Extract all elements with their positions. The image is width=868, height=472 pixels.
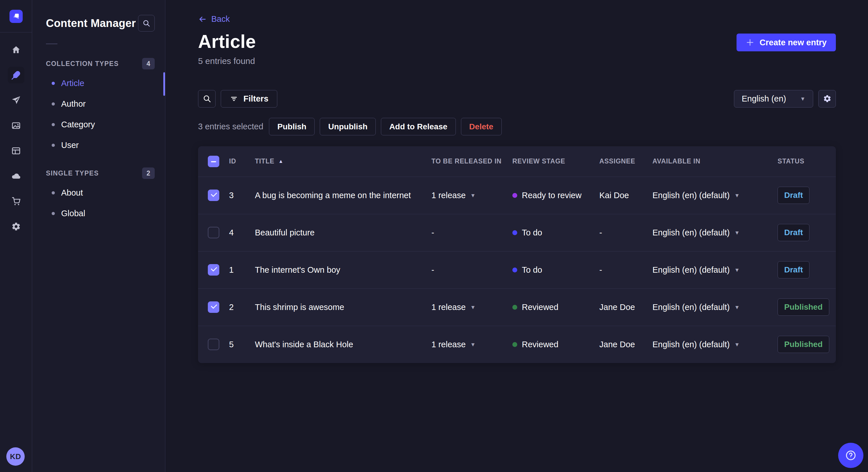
view-settings-button[interactable] <box>818 90 836 107</box>
review-dot <box>513 268 517 272</box>
col-header-status[interactable]: STATUS <box>778 158 826 165</box>
col-header-available[interactable]: AVAILABLE IN <box>652 158 778 165</box>
table-row[interactable]: 5 What's inside a Black Hole 1 release▼ … <box>198 326 836 363</box>
col-header-review[interactable]: REVIEW STAGE <box>513 158 599 165</box>
marketplace-icon[interactable] <box>8 193 24 210</box>
bullet-icon <box>52 212 55 215</box>
selection-bar: 3 entries selected Publish Unpublish Add… <box>198 118 836 136</box>
help-button[interactable] <box>838 443 863 468</box>
selection-count: 3 entries selected <box>198 122 263 131</box>
strapi-logo[interactable] <box>9 10 23 23</box>
user-avatar[interactable]: KD <box>6 447 25 466</box>
cell-id: 2 <box>229 303 255 312</box>
cell-assignee: Jane Doe <box>599 303 652 312</box>
search-button[interactable] <box>198 90 216 107</box>
review-dot <box>513 305 517 310</box>
home-icon[interactable] <box>8 42 24 58</box>
sidebar-item-author[interactable]: Author <box>32 94 165 114</box>
row-checkbox[interactable] <box>208 339 219 350</box>
cell-review-stage: To do <box>513 265 599 275</box>
plus-icon <box>746 38 754 47</box>
sidebar-item-user[interactable]: User <box>32 135 165 156</box>
row-checkbox[interactable] <box>208 264 219 276</box>
release-caret[interactable]: ▼ <box>470 342 476 347</box>
cell-id: 4 <box>229 228 255 237</box>
releases-icon[interactable] <box>8 92 24 109</box>
content-type-builder-icon[interactable] <box>8 142 24 159</box>
col-header-released[interactable]: TO BE RELEASED IN <box>431 158 513 165</box>
media-library-icon[interactable] <box>8 117 24 134</box>
content-manager-sidebar: Content Manager COLLECTION TYPES 4 Artic… <box>32 0 165 472</box>
bullet-icon <box>52 123 55 126</box>
sidebar-item-about[interactable]: About <box>32 182 165 203</box>
cell-id: 1 <box>229 265 255 275</box>
locale-select[interactable]: English (en) ▼ <box>734 90 813 107</box>
collection-types-label: COLLECTION TYPES <box>46 60 119 68</box>
locale-caret[interactable]: ▼ <box>734 267 740 273</box>
chevron-down-icon: ▼ <box>800 96 805 102</box>
col-header-assignee[interactable]: ASSIGNEE <box>599 158 652 165</box>
publish-button[interactable]: Publish <box>269 118 315 135</box>
row-checkbox[interactable] <box>208 190 219 201</box>
cell-available-in: English (en) (default)▼ <box>652 303 778 312</box>
col-header-title[interactable]: TITLE ▲ <box>255 158 431 165</box>
cell-review-stage: To do <box>513 228 599 237</box>
sidebar-scrollbar-thumb[interactable] <box>163 72 165 96</box>
sidebar-item-global[interactable]: Global <box>32 203 165 224</box>
status-badge: Draft <box>778 224 809 241</box>
main-nav-rail: KD <box>0 0 32 472</box>
locale-caret[interactable]: ▼ <box>734 193 740 198</box>
collection-types-count: 4 <box>142 58 155 69</box>
status-badge: Published <box>778 299 829 316</box>
gear-icon <box>823 94 832 103</box>
bullet-icon <box>52 82 55 85</box>
cell-assignee: Kai Doe <box>599 191 652 200</box>
single-types-count: 2 <box>142 167 155 179</box>
col-header-id[interactable]: ID <box>229 158 255 165</box>
entries-table: ID TITLE ▲ TO BE RELEASED IN REVIEW STAG… <box>198 146 836 363</box>
cell-title: A bug is becoming a meme on the internet <box>255 191 431 200</box>
cell-id: 3 <box>229 191 255 200</box>
cell-released: -▼ <box>431 265 513 275</box>
locale-caret[interactable]: ▼ <box>734 305 740 310</box>
table-row[interactable]: 1 The internet's Own boy -▼ To do - Engl… <box>198 251 836 289</box>
add-to-release-button[interactable]: Add to Release <box>381 118 456 135</box>
create-new-entry-button[interactable]: Create new entry <box>737 34 836 51</box>
table-row[interactable]: 2 This shrimp is awesome 1 release▼ Revi… <box>198 289 836 326</box>
back-link[interactable]: Back <box>198 14 229 24</box>
table-row[interactable]: 4 Beautiful picture -▼ To do - English (… <box>198 214 836 251</box>
single-types-label: SINGLE TYPES <box>46 169 99 177</box>
entries-count: 5 entries found <box>198 56 836 66</box>
row-checkbox[interactable] <box>208 227 219 238</box>
settings-icon[interactable] <box>8 218 24 235</box>
content-manager-icon[interactable] <box>8 67 24 83</box>
table-row[interactable]: 3 A bug is becoming a meme on the intern… <box>198 177 836 214</box>
unpublish-button[interactable]: Unpublish <box>320 118 376 135</box>
filters-button[interactable]: Filters <box>221 90 277 107</box>
cell-released: 1 release▼ <box>431 303 513 312</box>
status-badge: Published <box>778 336 829 353</box>
status-badge: Draft <box>778 261 809 278</box>
cell-title: The internet's Own boy <box>255 265 431 275</box>
sidebar-search-button[interactable] <box>138 15 155 32</box>
delete-button[interactable]: Delete <box>461 118 502 135</box>
select-all-checkbox[interactable] <box>208 156 219 167</box>
release-caret[interactable]: ▼ <box>470 305 476 310</box>
locale-caret[interactable]: ▼ <box>734 230 740 235</box>
row-checkbox[interactable] <box>208 301 219 313</box>
sidebar-item-category[interactable]: Category <box>32 114 165 135</box>
main-content: Back Article 5 entries found Create new … <box>165 0 868 472</box>
review-dot <box>513 193 517 198</box>
release-caret[interactable]: ▼ <box>470 193 476 198</box>
status-badge: Draft <box>778 187 809 204</box>
search-icon <box>203 94 211 103</box>
toolbar: Filters English (en) ▼ <box>198 90 836 107</box>
table-header-row: ID TITLE ▲ TO BE RELEASED IN REVIEW STAG… <box>198 146 836 177</box>
deploy-icon[interactable] <box>8 168 24 184</box>
cell-released: 1 release▼ <box>431 340 513 349</box>
cell-title: This shrimp is awesome <box>255 303 431 312</box>
sidebar-item-article[interactable]: Article <box>32 73 165 94</box>
cell-id: 5 <box>229 340 255 349</box>
locale-caret[interactable]: ▼ <box>734 342 740 347</box>
filter-icon <box>229 94 238 103</box>
